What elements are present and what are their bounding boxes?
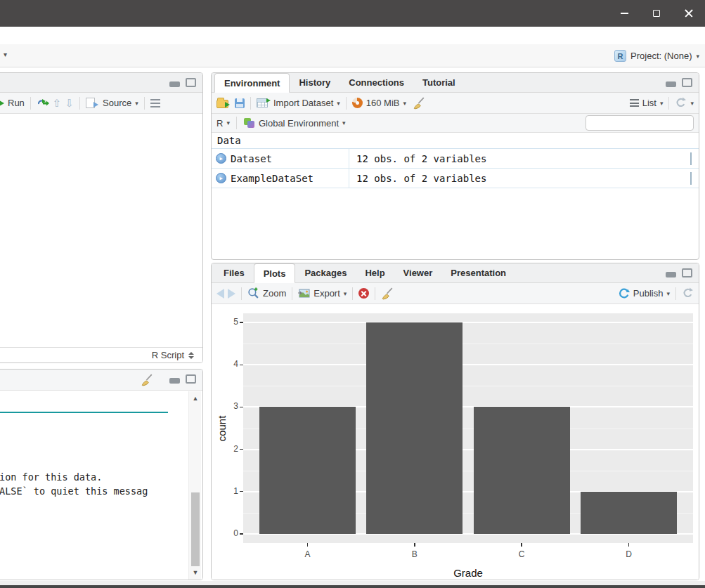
down-arrow-icon: ⇩ <box>65 98 74 108</box>
save-icon <box>235 98 245 108</box>
environment-search-input[interactable] <box>590 117 699 129</box>
clear-console-button[interactable] <box>141 374 153 386</box>
chevron-down-icon: ▾ <box>337 100 340 107</box>
document-outline-button[interactable] <box>150 99 160 107</box>
toolbar-dropdown-caret[interactable]: ▾ <box>4 51 7 58</box>
refresh-environment-button[interactable]: ▾ <box>675 97 694 109</box>
language-selector[interactable]: R ▾ <box>216 118 230 129</box>
pane-minimize-icon[interactable] <box>666 272 676 277</box>
tab-tutorial[interactable]: Tutorial <box>413 73 465 92</box>
list-view-button[interactable]: List ▾ <box>630 98 664 108</box>
language-label: R <box>216 118 223 129</box>
next-plot-button[interactable] <box>228 289 235 299</box>
x-axis-title: Grade <box>453 567 483 579</box>
tab-plots[interactable]: Plots <box>254 263 296 283</box>
tab-history[interactable]: History <box>290 73 339 92</box>
environment-object-row[interactable]: ▶ExampleDataSet12 obs. of 2 variables <box>212 169 699 188</box>
scroll-up-icon[interactable]: ▲ <box>189 395 202 402</box>
source-editor[interactable] <box>0 115 202 347</box>
gridline-minor <box>243 344 693 344</box>
console-scrollbar[interactable]: ▲ ▼ <box>188 391 201 580</box>
scroll-down-icon[interactable]: ▼ <box>189 569 202 576</box>
close-button[interactable] <box>673 0 705 27</box>
tab-connections[interactable]: Connections <box>339 73 413 92</box>
y-tick-mark <box>240 322 243 322</box>
pane-maximize-icon[interactable] <box>682 78 692 87</box>
source-button[interactable]: Source ▾ <box>86 98 138 108</box>
clear-environment-button[interactable] <box>413 97 425 110</box>
refresh-plot-button[interactable] <box>682 287 694 299</box>
save-workspace-button[interactable] <box>235 98 245 108</box>
plots-tabbar: FilesPlotsPackagesHelpViewerPresentation <box>212 263 699 283</box>
back-arrow-icon <box>216 289 224 299</box>
console-text: ion for this data.ALSE` to quiet this me… <box>0 470 148 498</box>
y-tick-label: 2 <box>217 444 238 454</box>
rerun-button[interactable] <box>37 98 49 108</box>
zoom-magnifier-icon <box>247 287 259 299</box>
grid-view-icon <box>690 152 692 165</box>
publish-plot-button[interactable]: Publish ▾ <box>618 287 670 299</box>
tab-files[interactable]: Files <box>214 263 254 282</box>
tab-environment[interactable]: Environment <box>214 73 290 93</box>
maximize-button[interactable] <box>640 0 673 27</box>
pane-minimize-icon[interactable] <box>666 81 676 87</box>
console-line: ALSE` to quiet this messag <box>0 484 148 498</box>
previous-plot-button[interactable] <box>216 289 224 299</box>
tab-help[interactable]: Help <box>356 263 394 282</box>
expand-arrow-icon[interactable]: ▶ <box>216 153 226 164</box>
menu-strip <box>0 27 705 44</box>
zoom-plot-button[interactable]: Zoom <box>247 287 286 299</box>
tab-presentation[interactable]: Presentation <box>441 263 515 282</box>
export-plot-button[interactable]: Export ▾ <box>298 288 347 299</box>
main-toolbar: ▾ R Project: (None) ▾ <box>0 44 705 67</box>
run-button[interactable]: Run <box>0 98 25 108</box>
global-environment-icon <box>243 117 255 129</box>
list-icon <box>630 99 639 107</box>
remove-plot-button[interactable] <box>358 288 369 299</box>
minimize-icon <box>621 13 628 14</box>
bar-C <box>474 407 570 534</box>
x-tick-mark <box>628 543 629 547</box>
run-icon <box>0 99 4 107</box>
tab-packages[interactable]: Packages <box>295 263 356 282</box>
plot-display-area: 012345ABCDcountGrade <box>212 305 699 580</box>
import-dataset-button[interactable]: Import Dataset ▾ <box>257 98 340 108</box>
window-titlebar <box>0 0 705 27</box>
chart-panel <box>243 313 693 543</box>
chevron-down-icon: ▾ <box>135 100 138 107</box>
environment-object-row[interactable]: ▶Dataset12 obs. of 2 variables <box>212 149 699 169</box>
tab-viewer[interactable]: Viewer <box>394 263 442 282</box>
scrollbar-thumb[interactable] <box>191 492 200 566</box>
go-to-next-button[interactable]: ⇩ <box>65 98 74 108</box>
pane-minimize-icon[interactable] <box>169 81 180 87</box>
object-name-cell: ▶Dataset <box>212 149 349 168</box>
pane-minimize-icon[interactable] <box>169 378 180 384</box>
run-label: Run <box>8 98 25 108</box>
load-workspace-button[interactable] <box>216 98 228 108</box>
x-tick-label: C <box>507 549 536 559</box>
x-tick-label: B <box>401 549 429 559</box>
source-toolbar: Run ⇧ ⇩ Source ▾ <box>0 93 202 114</box>
source-file-icon <box>86 98 95 108</box>
project-selector[interactable]: R Project: (None) ▾ <box>614 48 699 64</box>
environment-search-box[interactable] <box>586 115 694 131</box>
minimize-button[interactable] <box>608 0 640 27</box>
chevron-down-icon: ▾ <box>342 119 346 126</box>
pane-maximize-icon[interactable] <box>682 268 692 277</box>
console-output[interactable]: ion for this data.ALSE` to quiet this me… <box>0 391 202 580</box>
view-data-button[interactable] <box>690 153 699 164</box>
y-tick-label: 0 <box>217 528 238 538</box>
chevron-down-icon: ▾ <box>403 100 407 107</box>
memory-label: 160 MiB <box>366 98 400 108</box>
pane-maximize-icon[interactable] <box>186 78 196 87</box>
y-tick-label: 1 <box>217 486 238 496</box>
go-to-previous-button[interactable]: ⇧ <box>53 98 62 108</box>
gridline-minor <box>243 386 693 386</box>
file-type-selector[interactable]: R Script <box>152 350 194 360</box>
memory-usage-button[interactable]: 160 MiB ▾ <box>352 98 406 108</box>
clear-all-plots-button[interactable] <box>381 287 394 300</box>
view-data-button[interactable] <box>690 173 699 184</box>
environment-scope-selector[interactable]: Global Environment ▾ <box>243 117 346 129</box>
expand-arrow-icon[interactable]: ▶ <box>216 173 226 183</box>
pane-maximize-icon[interactable] <box>186 374 196 384</box>
